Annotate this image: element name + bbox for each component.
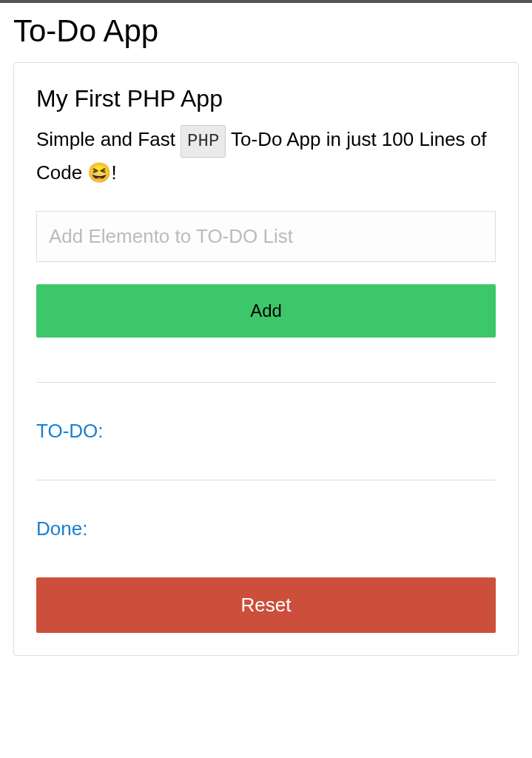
- todo-section-label: TO-DO:: [36, 420, 496, 443]
- todo-input[interactable]: [36, 211, 496, 262]
- reset-button[interactable]: Reset: [36, 577, 496, 633]
- done-section-label: Done:: [36, 517, 496, 540]
- main-panel: My First PHP App Simple and Fast PHP To-…: [13, 62, 519, 656]
- divider-bottom: [36, 480, 496, 480]
- php-badge: PHP: [181, 125, 226, 158]
- reset-wrapper: Reset: [36, 577, 496, 633]
- add-button[interactable]: Add: [36, 284, 496, 338]
- page-title: To-Do App: [0, 3, 532, 62]
- panel-description: Simple and Fast PHP To-Do App in just 10…: [36, 124, 496, 189]
- description-prefix: Simple and Fast: [36, 128, 181, 150]
- divider-top: [36, 382, 496, 383]
- panel-subtitle: My First PHP App: [36, 85, 496, 113]
